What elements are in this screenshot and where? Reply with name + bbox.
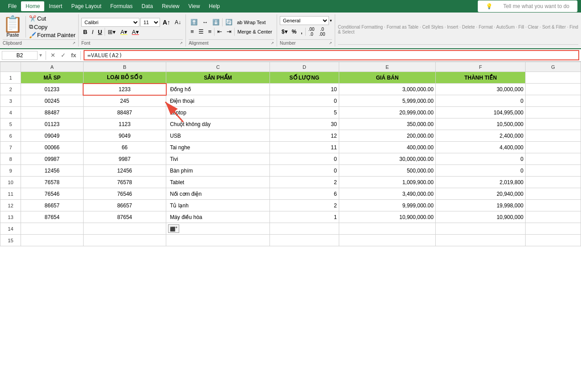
- font-expand-icon[interactable]: ↗: [180, 41, 183, 45]
- number-format-select[interactable]: General: [280, 16, 329, 25]
- cell-a12[interactable]: 86657: [21, 200, 83, 211]
- cell-col6-14[interactable]: [526, 223, 581, 235]
- font-shrink-button[interactable]: A↓: [173, 18, 183, 26]
- cell-f4[interactable]: 104,995,000: [436, 107, 526, 118]
- copy-button[interactable]: ⧉ Copy: [29, 23, 76, 30]
- cell-col4-15[interactable]: [339, 235, 436, 246]
- format-painter-button[interactable]: 🖌️ Format Painter: [29, 32, 76, 38]
- cell-b6[interactable]: 9049: [83, 130, 166, 142]
- cell-e4[interactable]: 20,999,000.00: [339, 107, 436, 118]
- cell-f11[interactable]: 20,940,000: [436, 188, 526, 200]
- decrease-indent-button[interactable]: ⇤: [215, 27, 224, 36]
- wrap-text-button[interactable]: ab Wrap Text: [235, 19, 267, 26]
- font-color-button[interactable]: A▾: [130, 28, 141, 36]
- dropdown-arrow-icon[interactable]: ▼: [38, 53, 43, 58]
- cell-c2[interactable]: Đồng hồ: [166, 84, 270, 95]
- cell-col3-14[interactable]: [270, 223, 339, 235]
- align-center-button[interactable]: ☰: [197, 27, 206, 36]
- cell-f2[interactable]: 30,000,000: [436, 84, 526, 95]
- search-box[interactable]: 💡 Tell me what you want to do: [478, 0, 577, 12]
- cell-g12[interactable]: [526, 200, 581, 211]
- cell-d5[interactable]: 30: [270, 118, 339, 130]
- cell-col4-14[interactable]: [339, 223, 436, 235]
- cell-g5[interactable]: [526, 118, 581, 130]
- cancel-formula-button[interactable]: ✕: [49, 51, 57, 59]
- cell-c9[interactable]: Bàn phím: [166, 165, 270, 177]
- cell-col1-14[interactable]: [83, 223, 166, 235]
- cell-b13[interactable]: 87654: [83, 211, 166, 223]
- cell-col6-15[interactable]: [526, 235, 581, 246]
- cell-d7[interactable]: 11: [270, 142, 339, 153]
- dollar-button[interactable]: $▾: [280, 28, 289, 36]
- col-header-f[interactable]: F: [436, 62, 526, 72]
- cut-button[interactable]: ✂️ Cut: [29, 15, 76, 22]
- comma-button[interactable]: ,: [299, 28, 304, 36]
- cell-g6[interactable]: [526, 130, 581, 142]
- cell-e5[interactable]: 350,000.00: [339, 118, 436, 130]
- cell-d11[interactable]: 6: [270, 188, 339, 200]
- cell-a3[interactable]: 00245: [21, 95, 83, 107]
- font-grow-button[interactable]: A↑: [161, 18, 172, 27]
- menu-data[interactable]: Data: [137, 1, 157, 11]
- cell-b2[interactable]: 1233: [83, 84, 166, 95]
- cell-b1[interactable]: LOẠI BỎ SỐ 0: [83, 72, 166, 84]
- menu-help[interactable]: Help: [204, 1, 224, 11]
- decrease-decimal-button[interactable]: .0.00: [317, 26, 327, 38]
- underline-button[interactable]: U: [96, 28, 104, 36]
- formula-input[interactable]: [84, 50, 579, 60]
- cell-e7[interactable]: 400,000.00: [339, 142, 436, 153]
- cell-a11[interactable]: 76546: [21, 188, 83, 200]
- cell-c4[interactable]: Laptop: [166, 107, 270, 118]
- cell-a1[interactable]: MÃ SP: [21, 72, 83, 84]
- increase-indent-button[interactable]: ⇥: [225, 27, 233, 36]
- menu-review[interactable]: Review: [157, 1, 184, 11]
- cell-f6[interactable]: 2,400,000: [436, 130, 526, 142]
- cell-e6[interactable]: 200,000.00: [339, 130, 436, 142]
- col-header-c[interactable]: C: [166, 62, 270, 72]
- col-header-g[interactable]: G: [526, 62, 581, 72]
- align-right-button[interactable]: ≡: [206, 27, 214, 36]
- cell-col2-14[interactable]: ⬛+: [166, 223, 270, 235]
- cell-d1[interactable]: SỐ LƯỢNG: [270, 72, 339, 84]
- borders-button[interactable]: ⊞▾: [106, 28, 118, 36]
- cell-c10[interactable]: Tablet: [166, 177, 270, 188]
- cell-a9[interactable]: 12456: [21, 165, 83, 177]
- number-format-expand[interactable]: ▾: [330, 18, 332, 23]
- cell-f12[interactable]: 19,998,000: [436, 200, 526, 211]
- cell-g10[interactable]: [526, 177, 581, 188]
- cell-a8[interactable]: 09987: [21, 153, 83, 165]
- cell-f7[interactable]: 4,400,000: [436, 142, 526, 153]
- menu-view[interactable]: View: [184, 1, 205, 11]
- menu-formulas[interactable]: Formulas: [106, 1, 137, 11]
- orientation-button[interactable]: 🔄: [223, 18, 234, 26]
- menu-home[interactable]: Home: [21, 1, 44, 11]
- cell-b5[interactable]: 1123: [83, 118, 166, 130]
- cell-f8[interactable]: 0: [436, 153, 526, 165]
- fill-color-button[interactable]: A▾: [118, 28, 129, 36]
- cell-e3[interactable]: 5,999,000.00: [339, 95, 436, 107]
- menu-page-layout[interactable]: Page Layout: [67, 1, 105, 11]
- cell-g2[interactable]: [526, 84, 581, 95]
- quick-access-icon[interactable]: ⬛+: [168, 224, 179, 232]
- col-header-d[interactable]: D: [270, 62, 339, 72]
- align-top-button[interactable]: ⬆️: [189, 18, 199, 26]
- cell-g4[interactable]: [526, 107, 581, 118]
- cell-c12[interactable]: Tủ lạnh: [166, 200, 270, 211]
- cell-col3-15[interactable]: [270, 235, 339, 246]
- align-middle-button[interactable]: ↔️: [200, 18, 210, 26]
- cell-b11[interactable]: 76546: [83, 188, 166, 200]
- alignment-expand-icon[interactable]: ↗: [271, 41, 274, 45]
- cell-e10[interactable]: 1,009,900.00: [339, 177, 436, 188]
- cell-c5[interactable]: Chuột không dây: [166, 118, 270, 130]
- cell-e13[interactable]: 10,900,000.00: [339, 211, 436, 223]
- cell-f10[interactable]: 2,019,800: [436, 177, 526, 188]
- cell-e9[interactable]: 500,000.00: [339, 165, 436, 177]
- italic-button[interactable]: I: [90, 28, 95, 36]
- number-expand-icon[interactable]: ↗: [329, 41, 332, 45]
- cell-f5[interactable]: 10,500,000: [436, 118, 526, 130]
- confirm-formula-button[interactable]: ✓: [59, 51, 67, 59]
- clipboard-expand-icon[interactable]: ↗: [72, 41, 76, 45]
- cell-g8[interactable]: [526, 153, 581, 165]
- font-size-select[interactable]: 11: [140, 18, 160, 27]
- menu-insert[interactable]: Insert: [44, 1, 67, 11]
